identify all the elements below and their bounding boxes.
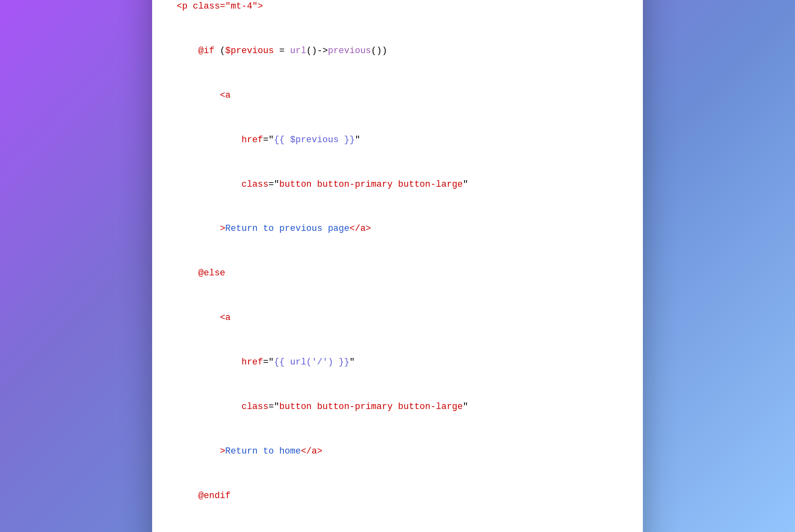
code-line-12: @endif <box>177 489 618 503</box>
code-line-9: href="{{ url('/') }}" <box>177 355 618 370</box>
code-window: error-page.blade.php <p class="mt-4"> @i… <box>152 0 643 532</box>
code-line-7: @else <box>177 266 618 281</box>
code-line-2: @if ($previous = url()->previous()) <box>177 44 618 58</box>
code-line-5: class="button button-primary button-larg… <box>177 177 618 192</box>
code-line-6: >Return to previous page</a> <box>177 221 618 236</box>
code-line-4: href="{{ $previous }}" <box>177 133 618 148</box>
code-block: <p class="mt-4"> @if ($previous = url()-… <box>177 0 618 532</box>
code-area: <p class="mt-4"> @if ($previous = url()-… <box>152 0 643 532</box>
code-line-10: class="button button-primary button-larg… <box>177 400 618 414</box>
code-line-1: <p class="mt-4"> <box>177 0 618 14</box>
code-line-8: <a <box>177 311 618 325</box>
code-line-3: <a <box>177 88 618 103</box>
code-line-11: >Return to home</a> <box>177 444 618 459</box>
